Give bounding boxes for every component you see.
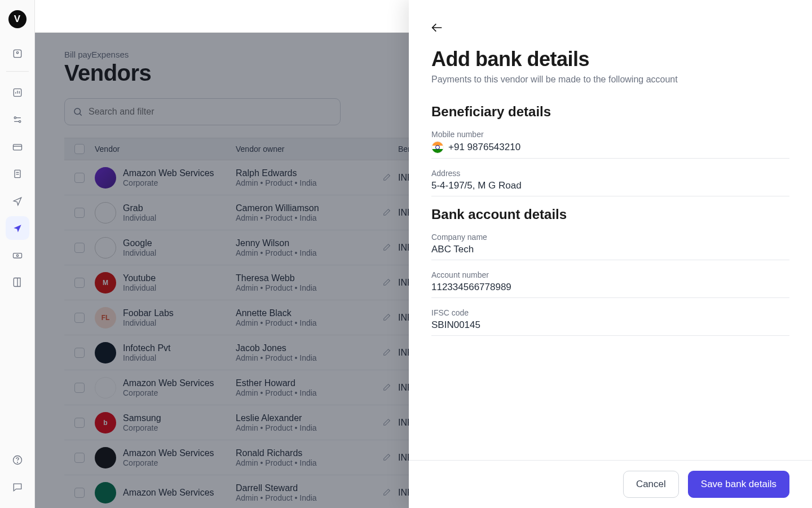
svg-point-10 (17, 462, 17, 463)
mobile-label: Mobile number (431, 130, 789, 139)
account-label: Account number (431, 270, 789, 279)
nav-receipts[interactable] (6, 162, 29, 186)
ifsc-label: IFSC code (431, 308, 789, 317)
field-address[interactable]: Address 5-4-197/5, M G Road (431, 169, 789, 196)
panel-title: Add bank details (431, 47, 789, 71)
address-label: Address (431, 169, 789, 178)
nav-analytics[interactable] (6, 81, 29, 104)
nav-money[interactable] (6, 243, 29, 267)
nav-send-outline[interactable] (6, 189, 29, 213)
company-label: Company name (431, 233, 789, 242)
section-bank-heading: Bank account details (431, 207, 789, 222)
address-value: 5-4-197/5, M G Road (431, 180, 789, 191)
cancel-button[interactable]: Cancel (623, 471, 679, 498)
svg-rect-7 (13, 253, 21, 258)
account-value: 112334566778989 (431, 282, 789, 293)
add-bank-details-panel: Add bank details Payments to this vendor… (409, 0, 812, 508)
back-button[interactable] (431, 23, 789, 35)
section-beneficiary-heading: Beneficiary details (431, 104, 789, 120)
panel-subtitle: Payments to this vendor will be made to … (431, 75, 789, 85)
nav-chat[interactable] (6, 475, 29, 499)
field-account[interactable]: Account number 112334566778989 (431, 270, 789, 298)
panel-footer: Cancel Save bank details (409, 460, 812, 508)
nav-dashboard[interactable] (6, 42, 29, 65)
nav-divider (6, 71, 29, 72)
save-button[interactable]: Save bank details (688, 471, 789, 498)
svg-point-4 (19, 121, 20, 122)
svg-rect-5 (13, 144, 21, 150)
field-mobile[interactable]: Mobile number +91 9876543210 (431, 130, 789, 159)
mobile-value: +91 9876543210 (448, 142, 520, 153)
ifsc-value: SBIN00145 (431, 319, 789, 331)
sidebar: V (0, 0, 35, 508)
company-value: ABC Tech (431, 244, 789, 255)
svg-point-1 (16, 52, 18, 54)
field-ifsc[interactable]: IFSC code SBIN00145 (431, 308, 789, 336)
nav-settings-sliders[interactable] (6, 108, 29, 132)
svg-point-8 (16, 255, 18, 256)
svg-rect-6 (15, 170, 20, 177)
nav-cards[interactable] (6, 135, 29, 159)
nav-book[interactable] (6, 270, 29, 294)
nav-help[interactable] (6, 448, 29, 472)
india-flag-icon (431, 141, 444, 154)
app-logo: V (8, 10, 27, 28)
svg-point-3 (14, 117, 16, 119)
field-company[interactable]: Company name ABC Tech (431, 233, 789, 260)
nav-send-active[interactable] (6, 216, 29, 240)
